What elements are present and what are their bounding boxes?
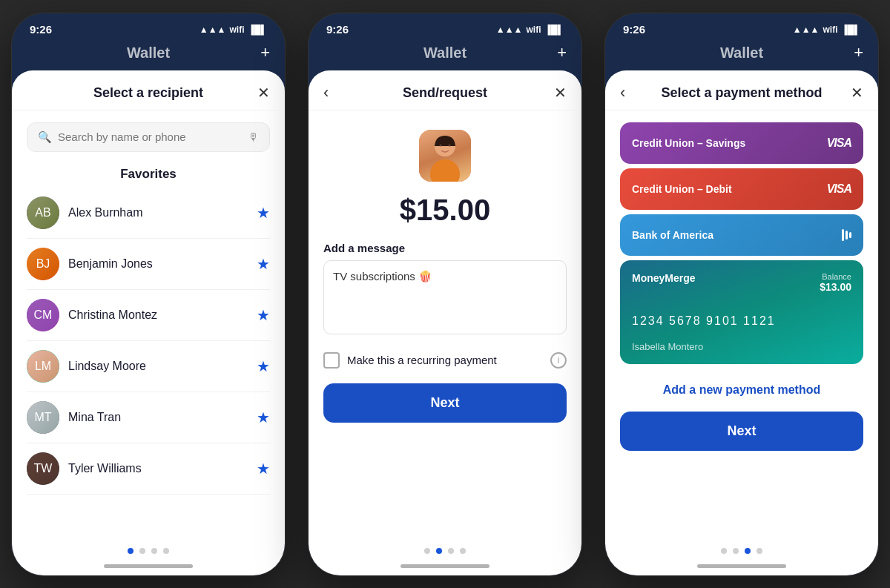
card-visa-savings[interactable]: Credit Union – Savings VISA [620, 122, 863, 164]
sheet-content-2: $15.00 Add a message TV subscriptions 🍿 … [309, 110, 581, 538]
nav-title-1: Wallet [127, 44, 170, 62]
close-button-1[interactable]: ✕ [257, 84, 270, 102]
pagination-3 [605, 538, 878, 561]
recipient-avatar [419, 130, 471, 182]
star-lindsay[interactable]: ★ [257, 357, 270, 375]
dot-1-0 [128, 548, 134, 554]
card-bank-debit: Credit Union – Debit [632, 183, 732, 195]
add-payment-link[interactable]: Add a new payment method [620, 376, 863, 404]
search-box[interactable]: 🔍 🎙 [27, 122, 270, 152]
card-visa-debit[interactable]: Credit Union – Debit VISA [620, 168, 863, 210]
wifi-icon-3: wifi [823, 24, 837, 35]
screen1-wrapper: 9:26 ▲▲▲ wifi ▐█▌ Wallet + Select a reci… [0, 0, 297, 588]
nav-title-3: Wallet [720, 44, 763, 62]
next-button-3[interactable]: Next [620, 412, 863, 451]
card-bofa[interactable]: Bank of America [620, 214, 863, 256]
dot-3-3 [756, 548, 762, 554]
battery-icon-2: ▐█▌ [544, 24, 564, 35]
contact-name-alex: Alex Burnham [68, 206, 248, 219]
recipient-avatar-wrapper [323, 130, 567, 182]
search-input[interactable] [58, 131, 242, 143]
status-icons-2: ▲▲▲ wifi ▐█▌ [496, 24, 564, 35]
dot-1-2 [151, 548, 157, 554]
dot-2-3 [460, 548, 466, 554]
sheet-title-1: Select a recipient [93, 85, 203, 101]
dot-1-3 [163, 548, 169, 554]
dot-1-1 [139, 548, 145, 554]
contact-lindsay[interactable]: LM Lindsay Moore ★ [27, 341, 270, 392]
add-button-1[interactable]: + [260, 43, 270, 62]
bofa-line-2 [846, 231, 848, 240]
add-button-3[interactable]: + [854, 43, 863, 62]
signal-icon-3: ▲▲▲ [793, 24, 820, 35]
pagination-2 [309, 538, 581, 561]
time-2: 9:26 [326, 23, 349, 36]
contact-mina[interactable]: MT Mina Tran ★ [27, 392, 270, 443]
avatar-benjamin: BJ [27, 248, 59, 280]
card-list: Credit Union – Savings VISA Credit Union… [620, 122, 863, 364]
card-moneymarge[interactable]: MoneyMerge Balance $13.00 1234 5678 9101… [620, 260, 863, 364]
close-button-2[interactable]: ✕ [554, 84, 567, 102]
status-bar-3: 9:26 ▲▲▲ wifi ▐█▌ [605, 13, 878, 40]
card-balance-label: Balance [820, 272, 851, 281]
contact-alex[interactable]: AB Alex Burnham ★ [27, 188, 270, 239]
sheet-header-3: ‹ Select a payment method ✕ [605, 70, 878, 110]
moneymarge-balance-col: Balance $13.00 [820, 272, 851, 293]
favorites-heading: Favorites [27, 167, 270, 182]
card-balance-amount: $13.00 [820, 281, 851, 293]
star-mina[interactable]: ★ [257, 409, 270, 426]
star-tyler[interactable]: ★ [257, 460, 270, 478]
contact-benjamin[interactable]: BJ Benjamin Jones ★ [27, 239, 270, 290]
signal-icon-2: ▲▲▲ [496, 24, 523, 35]
add-button-2[interactable]: + [557, 43, 567, 62]
wifi-icon-2: wifi [526, 24, 541, 35]
battery-icon-1: ▐█▌ [248, 24, 267, 35]
dot-2-1 [436, 548, 442, 554]
star-benjamin[interactable]: ★ [257, 255, 270, 273]
star-christina[interactable]: ★ [257, 306, 270, 324]
status-icons-3: ▲▲▲ wifi ▐█▌ [793, 24, 860, 35]
dot-3-2 [745, 548, 751, 554]
sheet-2: ‹ Send/request ✕ [309, 70, 581, 575]
info-icon[interactable]: i [550, 352, 567, 369]
back-button-3[interactable]: ‹ [620, 83, 863, 102]
nav-bar-2: Wallet + [309, 40, 581, 69]
dot-3-0 [721, 548, 727, 554]
status-icons-1: ▲▲▲ wifi ▐█▌ [200, 24, 267, 35]
home-indicator-3 [697, 564, 786, 568]
contact-name-mina: Mina Tran [68, 411, 248, 424]
time-1: 9:26 [30, 23, 52, 36]
home-indicator-1 [104, 564, 193, 568]
card-bank-moneymarge: MoneyMerge [632, 272, 696, 284]
visa-logo-debit: VISA [827, 182, 851, 196]
contact-name-benjamin: Benjamin Jones [68, 257, 248, 271]
avatar-tyler: TW [27, 452, 59, 485]
bofa-line-3 [849, 232, 851, 238]
close-button-3[interactable]: ✕ [851, 84, 863, 102]
contact-christina[interactable]: CM Christina Montez ★ [27, 290, 270, 341]
message-input[interactable]: TV subscriptions 🍿 [323, 260, 567, 334]
moneymarge-top: MoneyMerge Balance $13.00 [632, 272, 851, 293]
card-number: 1234 5678 9101 1121 [632, 314, 776, 328]
sheet-3: ‹ Select a payment method ✕ Credit Union… [605, 70, 878, 575]
screen2-wrapper: 9:26 ▲▲▲ wifi ▐█▌ Wallet + ‹ Send/reques… [297, 0, 593, 588]
nav-bar-1: Wallet + [12, 40, 285, 69]
recurring-checkbox[interactable] [323, 352, 340, 369]
card-bank-savings: Credit Union – Savings [632, 137, 745, 149]
dot-3-1 [733, 548, 739, 554]
back-button-2[interactable]: ‹ [323, 83, 567, 102]
next-button-2[interactable]: Next [323, 383, 567, 423]
phone-1: 9:26 ▲▲▲ wifi ▐█▌ Wallet + Select a reci… [11, 13, 286, 576]
contact-name-tyler: Tyler Williams [68, 462, 248, 475]
sheet-1: Select a recipient ✕ 🔍 🎙 Favorites AB Al… [12, 70, 285, 575]
phone-2: 9:26 ▲▲▲ wifi ▐█▌ Wallet + ‹ Send/reques… [308, 13, 582, 576]
sheet-header-2: ‹ Send/request ✕ [309, 70, 581, 110]
search-icon: 🔍 [38, 131, 52, 144]
star-alex[interactable]: ★ [257, 204, 270, 222]
time-3: 9:26 [623, 23, 645, 36]
nav-bar-3: Wallet + [605, 40, 878, 69]
contact-tyler[interactable]: TW Tyler Williams ★ [27, 443, 270, 495]
mic-icon[interactable]: 🎙 [248, 131, 259, 143]
wifi-icon-1: wifi [229, 24, 244, 35]
signal-icon-1: ▲▲▲ [200, 24, 226, 35]
